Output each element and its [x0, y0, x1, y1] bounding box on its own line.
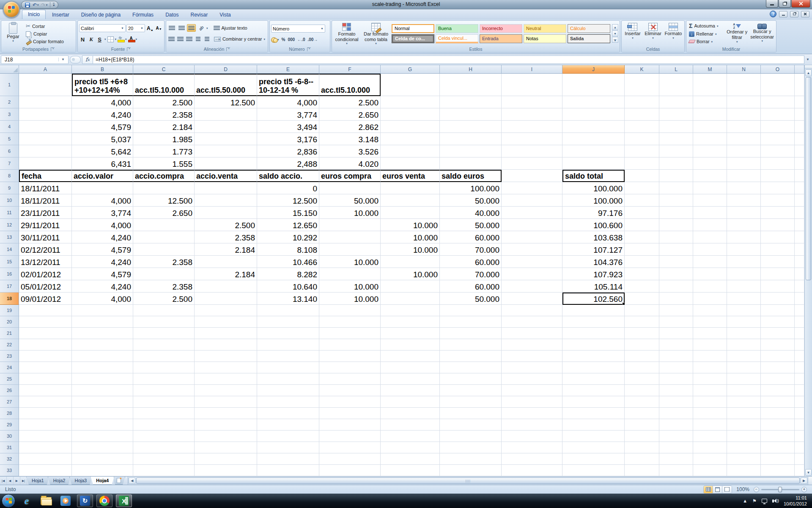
cell-N20[interactable]: [727, 316, 761, 328]
cell-K3[interactable]: [625, 108, 659, 121]
cell-I4[interactable]: [502, 121, 562, 133]
cell-A23[interactable]: [19, 351, 72, 362]
cell-A27[interactable]: [19, 396, 72, 408]
cell-M24[interactable]: [693, 362, 727, 373]
cell-D23[interactable]: [195, 351, 257, 362]
dialog-launcher-icon[interactable]: [51, 47, 55, 51]
cell-G33[interactable]: [381, 465, 440, 476]
cell-partial[interactable]: [795, 108, 804, 121]
network-icon[interactable]: [762, 499, 767, 503]
cell-I30[interactable]: [502, 431, 562, 442]
row-header-17[interactable]: 17: [0, 280, 19, 293]
cell-G11[interactable]: [381, 207, 440, 219]
cell-N29[interactable]: [727, 419, 761, 431]
cell-partial[interactable]: [795, 419, 804, 431]
cell-D33[interactable]: [195, 465, 257, 476]
cell-M18[interactable]: [693, 293, 727, 305]
cut-button[interactable]: ✂Cortar: [25, 22, 65, 30]
cell-C33[interactable]: [133, 465, 195, 476]
cell-L19[interactable]: [659, 305, 693, 316]
cell-M23[interactable]: [693, 351, 727, 362]
select-all-button[interactable]: [0, 65, 19, 74]
workbook-restore-button[interactable]: [790, 11, 798, 17]
cell-G8[interactable]: euros venta: [381, 170, 440, 182]
cell-D12[interactable]: 2.500: [195, 219, 257, 231]
row-header-14[interactable]: 14: [0, 243, 19, 256]
gallery-scroll-up-button[interactable]: ▲: [612, 24, 618, 30]
row-header-7[interactable]: 7: [0, 157, 19, 170]
row-header-5[interactable]: 5: [0, 133, 19, 145]
cell-F1[interactable]: acc.tl5.10.000: [319, 74, 381, 96]
cell-E31[interactable]: [257, 442, 319, 453]
cell-O31[interactable]: [761, 442, 795, 453]
scrollbar-thumb[interactable]: [806, 77, 811, 280]
cell-L11[interactable]: [659, 207, 693, 219]
cell-L17[interactable]: [659, 280, 693, 293]
cell-H25[interactable]: [440, 373, 502, 385]
cell-N25[interactable]: [727, 373, 761, 385]
row-header-9[interactable]: 9: [0, 182, 19, 194]
cell-N33[interactable]: [727, 465, 761, 476]
zoom-in-button[interactable]: +: [801, 487, 807, 492]
cell-O9[interactable]: [761, 182, 795, 194]
cell-C9[interactable]: [133, 182, 195, 194]
cell-E16[interactable]: 8.282: [257, 268, 319, 280]
cell-L32[interactable]: [659, 453, 693, 465]
cell-L7[interactable]: [659, 157, 693, 170]
cell-D11[interactable]: [195, 207, 257, 219]
cell-F22[interactable]: [319, 339, 381, 351]
cell-H27[interactable]: [440, 396, 502, 408]
cell-H30[interactable]: [440, 431, 502, 442]
cell-A32[interactable]: [19, 453, 72, 465]
cell-N6[interactable]: [727, 145, 761, 157]
cell-K19[interactable]: [625, 305, 659, 316]
cell-I33[interactable]: [502, 465, 562, 476]
cell-J1[interactable]: [562, 74, 625, 96]
cell-J19[interactable]: [562, 305, 625, 316]
cell-L12[interactable]: [659, 219, 693, 231]
cell-J8[interactable]: saldo total: [562, 170, 625, 182]
cell-C21[interactable]: [133, 328, 195, 339]
scroll-right-button[interactable]: ▶: [801, 478, 807, 484]
cell-I8[interactable]: [502, 170, 562, 182]
zoom-level[interactable]: 100%: [736, 486, 749, 492]
taskbar-excel[interactable]: X: [116, 494, 132, 507]
cell-L26[interactable]: [659, 385, 693, 396]
cell-B19[interactable]: [72, 305, 133, 316]
cell-F21[interactable]: [319, 328, 381, 339]
restore-button[interactable]: [779, 0, 791, 8]
cell-partial[interactable]: [795, 328, 804, 339]
cell-E23[interactable]: [257, 351, 319, 362]
row-header-29[interactable]: 29: [0, 419, 19, 431]
cell-H14[interactable]: 70.000: [440, 243, 502, 256]
cell-O16[interactable]: [761, 268, 795, 280]
cell-H6[interactable]: [440, 145, 502, 157]
cell-K16[interactable]: [625, 268, 659, 280]
paste-button[interactable]: Pegar ▾: [3, 22, 24, 45]
cell-N11[interactable]: [727, 207, 761, 219]
cell-O24[interactable]: [761, 362, 795, 373]
delete-cells-button[interactable]: Eliminar▾: [643, 22, 663, 45]
cell-N22[interactable]: [727, 339, 761, 351]
cell-A6[interactable]: [19, 145, 72, 157]
cell-partial[interactable]: [795, 280, 804, 293]
cell-J12[interactable]: 100.600: [562, 219, 625, 231]
cell-G17[interactable]: [381, 280, 440, 293]
cell-I29[interactable]: [502, 419, 562, 431]
cell-M26[interactable]: [693, 385, 727, 396]
cell-J6[interactable]: [562, 145, 625, 157]
column-header-I[interactable]: I: [502, 65, 562, 74]
cell-J26[interactable]: [562, 385, 625, 396]
row-header-10[interactable]: 10: [0, 194, 19, 207]
scroll-up-button[interactable]: ▲: [805, 69, 812, 76]
cell-A16[interactable]: 02/01/2012: [19, 268, 72, 280]
cell-O19[interactable]: [761, 305, 795, 316]
sort-filter-button[interactable]: AZ Ordenar y filtrar ▾: [725, 22, 749, 45]
align-center-button[interactable]: [176, 35, 184, 43]
cell-O1[interactable]: [761, 74, 795, 96]
cell-L22[interactable]: [659, 339, 693, 351]
cell-O20[interactable]: [761, 316, 795, 328]
align-middle-button[interactable]: [177, 24, 186, 32]
taskbar-clock[interactable]: 11:01 10/01/2012: [784, 495, 807, 507]
column-header-O[interactable]: O: [761, 65, 795, 74]
